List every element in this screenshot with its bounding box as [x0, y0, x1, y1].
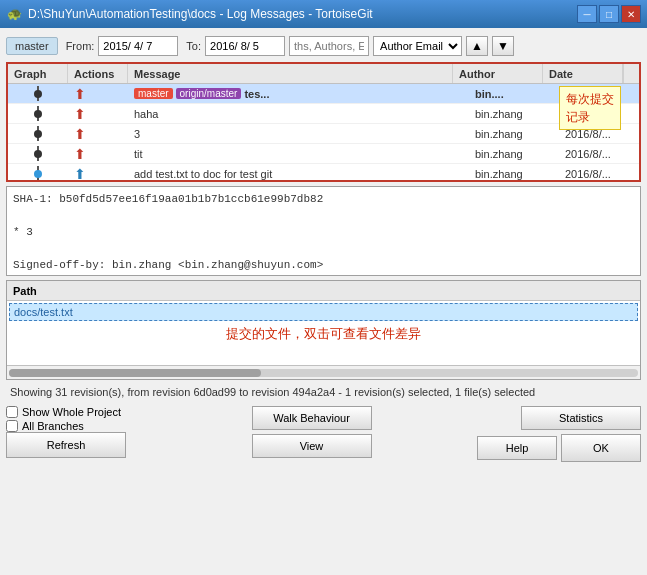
- app-icon: 🐢: [6, 6, 22, 22]
- ok-label: OK: [593, 442, 609, 454]
- graph-cell: [8, 84, 68, 103]
- horizontal-scrollbar[interactable]: [7, 365, 640, 379]
- date-cell: 2016...: [559, 84, 639, 103]
- walk-behaviour-label: Walk Behaviour: [273, 412, 350, 424]
- refresh-label: Refresh: [47, 439, 86, 451]
- maximize-button[interactable]: □: [599, 5, 619, 23]
- all-branches-checkbox[interactable]: [6, 420, 18, 432]
- header-message: Message: [128, 64, 453, 83]
- message-cell: 3: [128, 124, 469, 143]
- show-whole-project-checkbox[interactable]: [6, 406, 18, 418]
- bottom-buttons-area: Show Whole Project All Branches Refresh …: [6, 404, 641, 458]
- graph-cell: [8, 124, 68, 143]
- date-cell: 2016/8/...: [559, 144, 639, 163]
- from-label: From:: [66, 40, 95, 52]
- path-body: docs/test.txt 提交的文件，双击可查看文件差异: [7, 301, 640, 365]
- bottom-right: Statistics Help OK: [477, 404, 641, 462]
- path-row[interactable]: docs/test.txt: [9, 303, 638, 321]
- log-table-header: Graph Actions Message Author Date: [8, 64, 639, 84]
- minimize-button[interactable]: ─: [577, 5, 597, 23]
- help-button[interactable]: Help: [477, 436, 557, 460]
- author-cell: bin.zhang: [469, 104, 559, 123]
- table-row[interactable]: ⬆ haha bin.zhang 2016/8/...: [8, 104, 639, 124]
- path-file: docs/test.txt: [14, 306, 73, 318]
- action-cell: ⬆: [68, 144, 128, 163]
- scrollbar-thumb: [9, 369, 261, 377]
- filter-bar: master From: To: Author Email Author Mes…: [6, 34, 641, 58]
- all-branches-checkbox-row[interactable]: All Branches: [6, 420, 146, 432]
- table-row[interactable]: ⬆ tit bin.zhang 2016/8/...: [8, 144, 639, 164]
- message-cell: tit: [128, 144, 469, 163]
- search-input[interactable]: [289, 36, 369, 56]
- commit-message-area: SHA-1: b50fd5d57ee16f19aa01b1b7b1ccb61e9…: [6, 186, 641, 276]
- header-actions: Actions: [68, 64, 128, 83]
- graph-cell: [8, 104, 68, 123]
- action-cell: ⬆: [68, 104, 128, 123]
- path-header: Path: [7, 281, 640, 301]
- all-branches-label: All Branches: [22, 420, 84, 432]
- tag-master: master: [134, 88, 173, 99]
- sha-line: SHA-1: b50fd5d57ee16f19aa01b1b7b1ccb61e9…: [13, 191, 634, 208]
- walk-behaviour-button[interactable]: Walk Behaviour: [252, 406, 372, 430]
- header-date: Date: [543, 64, 623, 83]
- action-cell: ⬆: [68, 124, 128, 143]
- commit-body: * 3: [13, 224, 634, 241]
- author-cell: bin.zhang: [469, 124, 559, 143]
- filter-type-select[interactable]: Author Email Author Message: [373, 36, 462, 56]
- message-cell: haha: [128, 104, 469, 123]
- message-text: tes...: [244, 88, 269, 100]
- status-text: Showing 31 revision(s), from revision 6d…: [10, 386, 535, 398]
- main-window: master From: To: Author Email Author Mes…: [0, 28, 647, 575]
- scrollbar-track: [9, 369, 638, 377]
- ok-button[interactable]: OK: [561, 434, 641, 462]
- table-row[interactable]: ⬆ 3 bin.zhang 2016/8/...: [8, 124, 639, 144]
- filter-down-button[interactable]: ▼: [492, 36, 514, 56]
- header-author: Author: [453, 64, 543, 83]
- filter-up-button[interactable]: ▲: [466, 36, 488, 56]
- title-bar: 🐢 D:\ShuYun\AutomationTesting\docs - Log…: [0, 0, 647, 28]
- path-note: 提交的文件，双击可查看文件差异: [9, 321, 638, 347]
- author-cell: bin.zhang: [469, 144, 559, 163]
- view-button[interactable]: View: [252, 434, 372, 458]
- to-date-input[interactable]: [205, 36, 285, 56]
- status-bar: Showing 31 revision(s), from revision 6d…: [6, 384, 641, 400]
- show-whole-project-label: Show Whole Project: [22, 406, 121, 418]
- author-cell: bin....: [469, 84, 559, 103]
- date-cell: 2016/8/...: [559, 124, 639, 143]
- action-cell: ⬆: [68, 84, 128, 103]
- table-row[interactable]: ⬆ add test.txt to doc for test git bin.z…: [8, 164, 639, 180]
- date-cell: 2016/8/...: [559, 164, 639, 180]
- graph-cell: [8, 164, 68, 180]
- action-cell: ⬆: [68, 164, 128, 180]
- bottom-center: Walk Behaviour View: [146, 404, 477, 458]
- signoff-line: Signed-off-by: bin.zhang <bin.zhang@shuy…: [13, 257, 634, 274]
- title-bar-text: D:\ShuYun\AutomationTesting\docs - Log M…: [28, 7, 373, 21]
- refresh-button[interactable]: Refresh: [6, 432, 126, 458]
- author-cell: bin.zhang: [469, 164, 559, 180]
- help-label: Help: [506, 442, 529, 454]
- graph-cell: [8, 144, 68, 163]
- view-label: View: [300, 440, 324, 452]
- from-date-input[interactable]: [98, 36, 178, 56]
- branch-label: master: [6, 37, 58, 55]
- log-table-body: ⬆ master origin/master tes... bin.... 20…: [8, 84, 639, 180]
- message-cell: master origin/master tes...: [128, 84, 469, 103]
- table-row[interactable]: ⬆ master origin/master tes... bin.... 20…: [8, 84, 639, 104]
- show-whole-project-checkbox-row[interactable]: Show Whole Project: [6, 406, 146, 418]
- statistics-button[interactable]: Statistics: [521, 406, 641, 430]
- title-bar-buttons: ─ □ ✕: [577, 5, 641, 23]
- statistics-label: Statistics: [559, 412, 603, 424]
- close-button[interactable]: ✕: [621, 5, 641, 23]
- header-graph: Graph: [8, 64, 68, 83]
- tag-origin: origin/master: [176, 88, 242, 99]
- date-cell: 2016/8/...: [559, 104, 639, 123]
- message-cell: add test.txt to doc for test git: [128, 164, 469, 180]
- bottom-left: Show Whole Project All Branches Refresh: [6, 404, 146, 458]
- to-label: To:: [186, 40, 201, 52]
- path-section: Path docs/test.txt 提交的文件，双击可查看文件差异: [6, 280, 641, 380]
- log-table: Graph Actions Message Author Date ⬆: [6, 62, 641, 182]
